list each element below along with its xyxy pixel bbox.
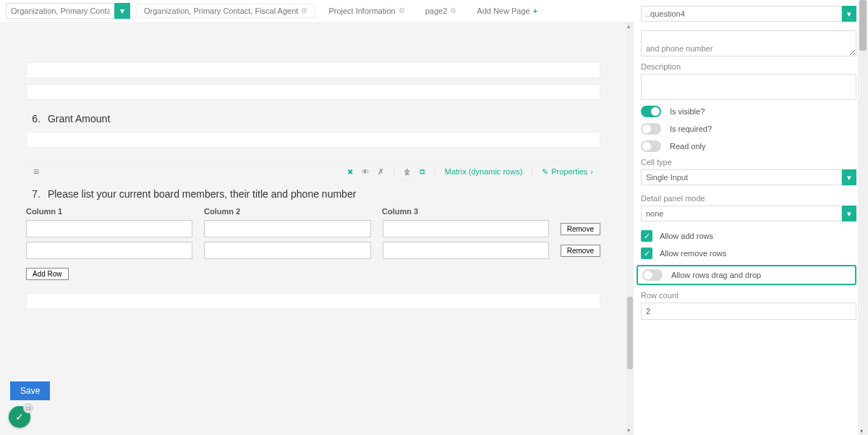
check-icon: ✓ xyxy=(15,411,24,423)
allow-remove-rows-label: Allow remove rows xyxy=(660,249,726,258)
question-title: 7. Please list your current board member… xyxy=(26,181,629,204)
add-row-button[interactable]: Add Row xyxy=(26,268,69,280)
tab-page2[interactable]: page2 ⚙ xyxy=(418,4,464,17)
question-number: 6. xyxy=(26,113,41,124)
chevron-down-icon: ▾ xyxy=(847,9,851,19)
matrix-toolbar: ≡ ✖ 👁 ✗ | 🗑 ⧉ | Matrix (dynamic rows) | … xyxy=(26,162,600,181)
properties-panel: ..question4 ▾ and phone number Descripti… xyxy=(634,0,868,435)
allow-drag-drop-row: Allow rows drag and drop xyxy=(637,265,856,285)
check-icon: ✓ xyxy=(644,232,650,241)
gear-icon[interactable]: ⚙ xyxy=(301,7,307,14)
column-header[interactable]: Column 1 xyxy=(26,207,192,216)
question-block xyxy=(26,62,629,78)
cell-type-value: Single Input xyxy=(641,169,842,185)
is-required-toggle-row: Is required? xyxy=(641,123,856,135)
cell-type-caret[interactable]: ▾ xyxy=(842,169,856,185)
matrix-cell[interactable] xyxy=(26,242,192,259)
chevron-down-icon: ▾ xyxy=(847,209,851,219)
grant-amount-input[interactable] xyxy=(26,132,600,148)
add-new-page[interactable]: Add New Page + xyxy=(469,4,545,17)
allow-drag-drop-toggle[interactable] xyxy=(642,269,663,281)
tab-organization[interactable]: Organization, Primary Contact, Fiscal Ag… xyxy=(136,4,315,18)
properties-link[interactable]: ✎ Properties › xyxy=(542,167,593,177)
copy-icon[interactable]: ⧉ xyxy=(420,167,425,177)
fab-check[interactable]: ✓ 13 xyxy=(9,406,30,428)
allow-add-rows-label: Allow add rows xyxy=(660,232,713,240)
is-visible-toggle[interactable] xyxy=(641,106,661,117)
tab-label: Organization, Primary Contact, Fiscal Ag… xyxy=(144,7,298,15)
allow-remove-rows-row: ✓ Allow remove rows xyxy=(641,248,856,259)
scrollbar-thumb[interactable] xyxy=(859,0,867,51)
chevron-down-icon: ▾ xyxy=(847,173,851,182)
fab-badge: 13 xyxy=(23,403,33,413)
gear-icon[interactable]: ⚙ xyxy=(399,7,405,14)
question-selector-value: ..question4 xyxy=(641,6,842,22)
detail-mode-value: none xyxy=(641,206,842,221)
top-tab-bar: ▾ Organization, Primary Contact, Fiscal … xyxy=(0,0,634,22)
cell-type-dropdown[interactable]: Single Input ▾ xyxy=(641,169,856,185)
canvas-scrollbar[interactable] xyxy=(626,22,634,435)
matrix-cell[interactable] xyxy=(383,220,549,237)
row-count-label: Row count xyxy=(641,291,856,300)
add-page-label: Add New Page xyxy=(477,7,529,15)
detail-mode-dropdown[interactable]: none ▾ xyxy=(641,206,856,221)
matrix-cell[interactable] xyxy=(383,242,549,259)
is-visible-toggle-row: Is visible? xyxy=(641,106,856,117)
question-text: Please list your current board members, … xyxy=(48,188,356,200)
close-icon[interactable]: ✖ xyxy=(347,168,353,176)
chevron-right-icon: › xyxy=(590,167,593,176)
plus-icon: + xyxy=(533,7,537,15)
tab-project-information[interactable]: Project Information ⚙ xyxy=(321,4,412,17)
chevron-down-icon: ▾ xyxy=(120,6,124,16)
scrollbar-thumb[interactable] xyxy=(627,297,633,369)
drag-handle-icon[interactable]: ≡ xyxy=(33,166,39,177)
read-only-toggle[interactable] xyxy=(641,140,661,152)
allow-add-rows-checkbox[interactable]: ✓ xyxy=(641,230,652,242)
remove-row-button[interactable]: Remove xyxy=(561,245,600,257)
text-input[interactable] xyxy=(26,62,600,78)
form-canvas: 6. Grant Amount ≡ ✖ 👁 ✗ | 🗑 ⧉ | Matrix (… xyxy=(0,22,634,435)
matrix-cell[interactable] xyxy=(204,220,370,237)
tab-label: page2 xyxy=(425,7,448,15)
question-title: 6. Grant Amount xyxy=(26,106,629,129)
trash-icon[interactable]: 🗑 xyxy=(404,168,411,176)
question-number: 7. xyxy=(26,188,41,200)
detail-mode-label: Detail panel mode xyxy=(641,194,856,203)
gear-icon[interactable]: ⚙ xyxy=(450,7,456,14)
question-block xyxy=(26,84,629,100)
text-input[interactable] xyxy=(26,84,600,100)
remove-row-button[interactable]: Remove xyxy=(561,223,600,235)
is-required-toggle[interactable] xyxy=(641,123,661,135)
row-count-input[interactable] xyxy=(641,303,856,320)
page-selector[interactable]: ▾ xyxy=(6,3,130,19)
allow-remove-rows-checkbox[interactable]: ✓ xyxy=(641,248,652,259)
read-only-label: Read only xyxy=(670,142,706,151)
column-header[interactable]: Column 2 xyxy=(204,207,370,216)
matrix-header: Column 1 Column 2 Column 3 xyxy=(26,207,600,216)
wand-icon: ✎ xyxy=(542,167,548,177)
matrix-cell[interactable] xyxy=(204,242,370,259)
strike-icon[interactable]: ✗ xyxy=(378,167,384,177)
detail-mode-caret[interactable]: ▾ xyxy=(842,206,856,221)
save-button[interactable]: Save xyxy=(10,381,50,400)
matrix-row: Remove xyxy=(26,220,600,237)
question-selector[interactable]: ..question4 ▾ xyxy=(641,6,856,22)
text-input[interactable] xyxy=(26,293,600,309)
cell-type-label: Cell type xyxy=(641,158,856,166)
description-textarea[interactable] xyxy=(641,74,856,100)
page-selector-input[interactable] xyxy=(6,3,114,19)
is-required-label: Is required? xyxy=(670,124,712,133)
page-selector-caret[interactable]: ▾ xyxy=(114,3,130,19)
description-label: Description xyxy=(641,62,856,71)
title-textarea[interactable]: and phone number xyxy=(641,30,856,56)
allow-drag-drop-label: Allow rows drag and drop xyxy=(671,271,761,279)
question-selector-caret[interactable]: ▾ xyxy=(842,6,856,22)
matrix-cell[interactable] xyxy=(26,220,192,237)
check-icon: ✓ xyxy=(644,249,650,258)
question-text: Grant Amount xyxy=(48,113,110,124)
is-visible-label: Is visible? xyxy=(670,107,705,116)
page-scrollbar[interactable] xyxy=(858,0,868,435)
column-header[interactable]: Column 3 xyxy=(382,207,548,216)
question-type-label[interactable]: Matrix (dynamic rows) xyxy=(445,167,523,176)
eye-icon[interactable]: 👁 xyxy=(362,168,369,176)
